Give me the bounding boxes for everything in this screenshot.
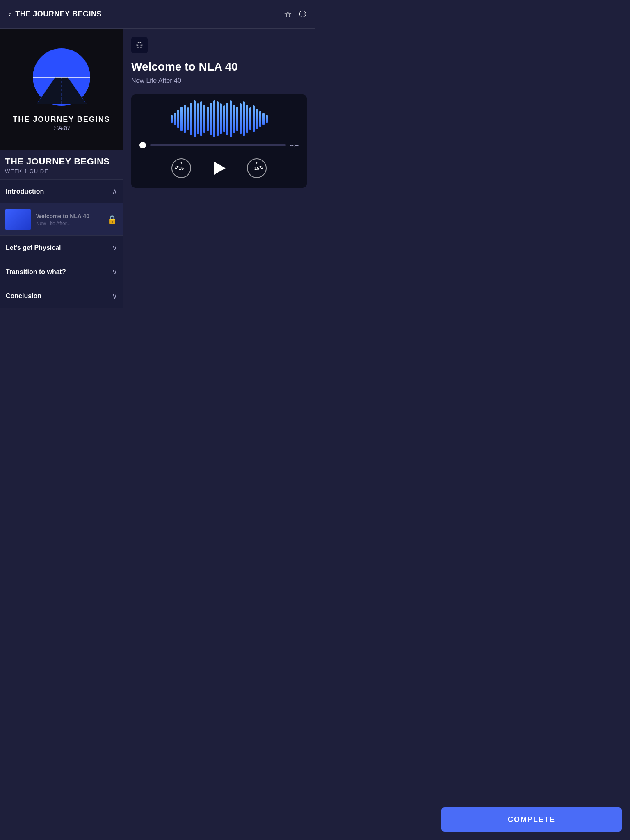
progress-area: --:-- bbox=[139, 142, 299, 148]
episode-link-badge[interactable]: ⚇ bbox=[131, 37, 148, 53]
waveform-bar bbox=[187, 107, 189, 130]
cover-subtitle: SA40 bbox=[53, 125, 69, 132]
accordion-physical: Let's get Physical ∨ bbox=[0, 235, 123, 260]
accordion-introduction-icon: ∧ bbox=[112, 187, 117, 196]
cover-image: THE JOURNEY BEGINS SA40 bbox=[0, 29, 123, 150]
lock-icon: 🔒 bbox=[107, 215, 117, 224]
lesson-item[interactable]: Welcome to NLA 40 New Life After... 🔒 bbox=[0, 203, 123, 235]
series-title: THE JOURNEY BEGINS bbox=[5, 156, 118, 167]
main-layout: THE JOURNEY BEGINS SA40 THE JOURNEY BEGI… bbox=[0, 29, 315, 398]
lesson-thumbnail bbox=[5, 209, 31, 230]
cover-title: THE JOURNEY BEGINS bbox=[13, 115, 110, 124]
waveform-bar bbox=[253, 105, 255, 132]
waveform bbox=[139, 103, 299, 135]
lesson-subtitle: New Life After... bbox=[36, 221, 118, 226]
svg-text:15: 15 bbox=[254, 166, 259, 171]
right-panel: ⚇ Welcome to NLA 40 New Life After 40 --… bbox=[123, 29, 315, 398]
forward-icon: 15 bbox=[250, 162, 263, 175]
waveform-bar bbox=[246, 105, 248, 133]
header-title: THE JOURNEY BEGINS bbox=[15, 10, 102, 18]
title-section: THE JOURNEY BEGINS WEEK 1 GUIDE bbox=[0, 150, 123, 179]
episode-subtitle: New Life After 40 bbox=[131, 77, 307, 84]
forward-button[interactable]: 15 bbox=[247, 158, 267, 178]
waveform-bar bbox=[203, 105, 205, 133]
accordion-conclusion-label: Conclusion bbox=[6, 292, 41, 300]
accordion-introduction-content: Welcome to NLA 40 New Life After... 🔒 bbox=[0, 203, 123, 235]
progress-track[interactable] bbox=[150, 144, 286, 146]
episode-title: Welcome to NLA 40 bbox=[131, 60, 307, 74]
play-icon bbox=[214, 162, 226, 175]
waveform-bar bbox=[256, 109, 258, 129]
header: ‹ THE JOURNEY BEGINS ☆ ⚇ bbox=[0, 0, 315, 29]
waveform-bar bbox=[217, 101, 219, 136]
progress-time: --:-- bbox=[290, 142, 299, 148]
waveform-bar bbox=[184, 105, 186, 133]
accordion-introduction-header[interactable]: Introduction ∧ bbox=[0, 180, 123, 203]
accordion-introduction-label: Introduction bbox=[6, 188, 44, 195]
waveform-bar bbox=[236, 107, 238, 131]
svg-text:15: 15 bbox=[179, 166, 184, 171]
waveform-bar bbox=[171, 115, 173, 123]
waveform-bar bbox=[233, 105, 235, 133]
waveform-bar bbox=[207, 107, 209, 131]
accordion-transition-label: Transition to what? bbox=[6, 268, 66, 276]
link-icon[interactable]: ⚇ bbox=[299, 9, 307, 20]
progress-knob[interactable] bbox=[139, 142, 146, 148]
lesson-title: Welcome to NLA 40 bbox=[36, 213, 118, 219]
accordion-transition: Transition to what? ∨ bbox=[0, 260, 123, 284]
accordion-conclusion: Conclusion ∨ bbox=[0, 284, 123, 308]
waveform-bar bbox=[223, 105, 225, 132]
accordion-physical-header[interactable]: Let's get Physical ∨ bbox=[0, 236, 123, 260]
waveform-bar bbox=[177, 110, 179, 128]
waveform-bar bbox=[213, 100, 215, 137]
waveform-bar bbox=[249, 107, 251, 130]
waveform-bar bbox=[200, 101, 202, 136]
accordion-conclusion-header[interactable]: Conclusion ∨ bbox=[0, 284, 123, 308]
waveform-bar bbox=[220, 103, 222, 134]
star-icon[interactable]: ☆ bbox=[284, 9, 292, 20]
waveform-bar bbox=[174, 113, 176, 125]
waveform-bar bbox=[266, 115, 268, 123]
header-left: ‹ THE JOURNEY BEGINS bbox=[8, 9, 102, 20]
accordion-transition-icon: ∨ bbox=[112, 267, 117, 276]
cover-inner: THE JOURNEY BEGINS SA40 bbox=[0, 29, 123, 150]
accordion-introduction: Introduction ∧ Welcome to NLA 40 New Lif… bbox=[0, 179, 123, 235]
lesson-info: Welcome to NLA 40 New Life After... bbox=[36, 213, 118, 226]
audio-player: --:-- 15 15 bbox=[131, 94, 307, 188]
waveform-bar bbox=[210, 103, 212, 135]
episode-link-icon: ⚇ bbox=[136, 40, 143, 50]
back-button[interactable]: ‹ bbox=[8, 9, 11, 20]
waveform-bar bbox=[197, 103, 199, 134]
accordion-conclusion-icon: ∨ bbox=[112, 292, 117, 301]
rewind-button[interactable]: 15 bbox=[171, 158, 191, 178]
waveform-bar bbox=[180, 107, 183, 131]
header-icons: ☆ ⚇ bbox=[284, 9, 307, 20]
lesson-thumb-bg bbox=[5, 209, 31, 230]
waveform-bar bbox=[240, 103, 242, 134]
waveform-bar bbox=[190, 103, 192, 135]
waveform-bar bbox=[259, 111, 261, 127]
waveform-bar bbox=[226, 103, 228, 135]
accordion-transition-header[interactable]: Transition to what? ∨ bbox=[0, 260, 123, 284]
waveform-bar bbox=[194, 100, 196, 137]
player-controls: 15 15 bbox=[139, 157, 299, 180]
play-button[interactable] bbox=[208, 157, 231, 180]
waveform-bar bbox=[262, 113, 265, 125]
waveform-bar bbox=[230, 100, 232, 137]
rewind-icon: 15 bbox=[175, 162, 188, 175]
accordion-physical-label: Let's get Physical bbox=[6, 244, 61, 251]
left-panel: THE JOURNEY BEGINS SA40 THE JOURNEY BEGI… bbox=[0, 29, 123, 398]
waveform-bar bbox=[243, 101, 245, 136]
cover-artwork bbox=[21, 46, 103, 112]
accordion-physical-icon: ∨ bbox=[112, 243, 117, 252]
series-subtitle: WEEK 1 GUIDE bbox=[5, 168, 118, 174]
